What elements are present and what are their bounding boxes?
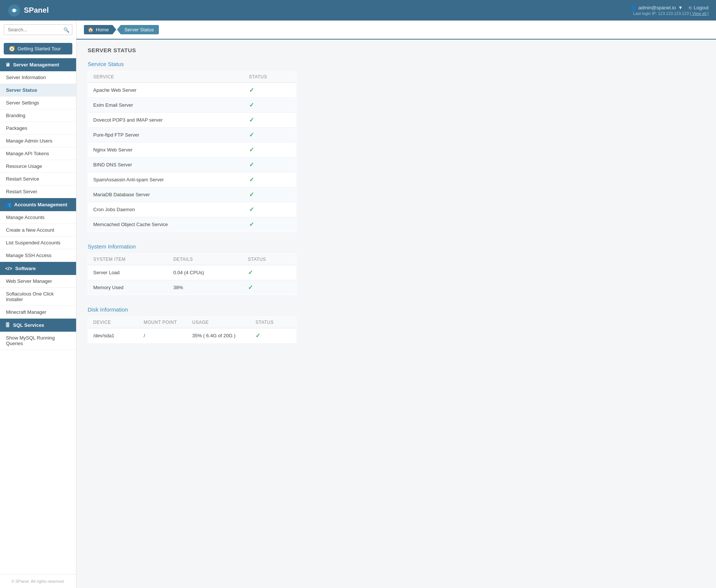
- software-icon: </>: [5, 266, 12, 271]
- service-col-header: SERVICE: [88, 71, 244, 83]
- sidebar-item-list-suspended-accounts[interactable]: List Suspended Accounts: [0, 237, 76, 249]
- search-icon: 🔍: [63, 27, 69, 32]
- content-area: 🏠 Home Server Status SERVER STATUS Servi…: [76, 21, 716, 588]
- sidebar-item-server-settings[interactable]: Server Settings: [0, 97, 76, 109]
- service-name: Exim Email Server: [88, 98, 244, 113]
- service-name: Dovecot POP3 and IMAP server: [88, 113, 244, 128]
- check-icon: ✓: [249, 87, 254, 93]
- table-row: Dovecot POP3 and IMAP server ✓: [88, 113, 296, 128]
- check-icon: ✓: [249, 162, 254, 168]
- sidebar-section-sql-services[interactable]: 🗄 SQL Services: [0, 319, 76, 332]
- home-icon: 🏠: [88, 27, 94, 32]
- system-info-section: System Information SYSTEM ITEM DETAILS S…: [88, 243, 705, 295]
- diskstatus-col-header: STATUS: [250, 317, 296, 328]
- disk-info-table: DEVICE MOUNT POINT USAGE STATUS /dev/sda…: [88, 316, 296, 343]
- user-dropdown-icon: ▼: [678, 5, 683, 10]
- sidebar-item-manage-api-tokens[interactable]: Manage API Tokens: [0, 147, 76, 160]
- sidebar-item-server-status[interactable]: Server Status: [0, 84, 76, 97]
- table-row: Memcached Object Cache Service ✓: [88, 217, 296, 232]
- breadcrumb-current: Server Status: [117, 25, 159, 34]
- main-layout: 🔍 🧭 Getting Started Tour 🖥 Server Manage…: [0, 21, 716, 588]
- table-row: /dev/sda1 / 35% ( 6.4G of 20G ) ✓: [88, 328, 296, 343]
- service-name: Memcached Object Cache Service: [88, 217, 244, 232]
- service-status-cell: ✓: [244, 98, 296, 113]
- service-status-cell: ✓: [244, 217, 296, 232]
- sidebar-item-packages[interactable]: Packages: [0, 122, 76, 135]
- getting-started-button[interactable]: 🧭 Getting Started Tour: [4, 43, 72, 54]
- service-name: Cron Jobs Daemon: [88, 202, 244, 217]
- service-name: Pure-ftpd FTP Server: [88, 128, 244, 143]
- breadcrumb: 🏠 Home Server Status: [76, 21, 716, 40]
- sidebar-item-restart-server[interactable]: Restart Server: [0, 185, 76, 198]
- view-all-link[interactable]: [ View all ]: [690, 11, 709, 16]
- sidebar-item-create-new-account[interactable]: Create a New Account: [0, 224, 76, 237]
- usage-col-header: USAGE: [187, 317, 250, 328]
- sidebar-section-accounts-management[interactable]: 👥 Accounts Management: [0, 198, 76, 211]
- sidebar-item-server-information[interactable]: Server Information: [0, 71, 76, 84]
- check-icon: ✓: [249, 117, 254, 123]
- service-status-cell: ✓: [244, 143, 296, 157]
- table-row: Apache Web Server ✓: [88, 83, 296, 98]
- service-name: SpamAssassin Anti-spam Server: [88, 172, 244, 187]
- device-col-header: DEVICE: [88, 317, 139, 328]
- service-name: Nginx Web Server: [88, 143, 244, 157]
- sql-services-icon: 🗄: [5, 322, 10, 328]
- sidebar-item-web-server-manager[interactable]: Web Server Manager: [0, 275, 76, 288]
- sysitem-col-header: SYSTEM ITEM: [88, 254, 168, 265]
- sidebar-item-manage-admin-users[interactable]: Manage Admin Users: [0, 135, 76, 147]
- service-status-cell: ✓: [244, 113, 296, 128]
- service-name: BIND DNS Server: [88, 157, 244, 172]
- tour-icon: 🧭: [9, 46, 15, 51]
- accounts-management-icon: 👥: [5, 202, 11, 207]
- table-row: Pure-ftpd FTP Server ✓: [88, 128, 296, 143]
- system-info-title: System Information: [88, 243, 705, 250]
- sys-item-details: 0.04 (4 CPUs): [168, 265, 243, 280]
- service-status-cell: ✓: [244, 128, 296, 143]
- breadcrumb-home[interactable]: 🏠 Home: [84, 25, 116, 34]
- service-status-cell: ✓: [244, 83, 296, 98]
- mount-col-header: MOUNT POINT: [138, 317, 187, 328]
- page-inner: SERVER STATUS Service Status SERVICE STA…: [76, 40, 716, 362]
- sidebar-item-manage-ssh-access[interactable]: Manage SSH Access: [0, 249, 76, 262]
- logout-icon: ⎋: [689, 5, 692, 10]
- service-status-cell: ✓: [244, 202, 296, 217]
- sidebar: 🔍 🧭 Getting Started Tour 🖥 Server Manage…: [0, 21, 76, 588]
- sidebar-item-manage-accounts[interactable]: Manage Accounts: [0, 211, 76, 224]
- sys-item-status: ✓: [243, 280, 296, 295]
- service-status-cell: ✓: [244, 157, 296, 172]
- sidebar-item-softaculous[interactable]: Softaculous One Click Installer: [0, 288, 76, 306]
- search-input[interactable]: [4, 24, 72, 35]
- brand-logo: SPanel: [7, 4, 49, 17]
- status-col-header: STATUS: [244, 71, 296, 83]
- check-icon: ✓: [249, 102, 254, 108]
- check-icon: ✓: [248, 269, 253, 276]
- sidebar-item-show-mysql-queries[interactable]: Show MySQL Running Queries: [0, 332, 76, 350]
- disk-device: /dev/sda1: [88, 328, 139, 343]
- logo-icon: [7, 4, 21, 17]
- sidebar-item-restart-service[interactable]: Restart Service: [0, 173, 76, 185]
- svg-point-1: [13, 9, 16, 12]
- sidebar-item-resource-usage[interactable]: Resource Usage: [0, 160, 76, 173]
- check-icon: ✓: [249, 206, 254, 213]
- table-row: Exim Email Server ✓: [88, 98, 296, 113]
- disk-status: ✓: [250, 328, 296, 343]
- sidebar-section-software[interactable]: </> Software: [0, 262, 76, 275]
- sidebar-item-minecraft-manager[interactable]: Minecraft Manager: [0, 306, 76, 319]
- disk-info-section: Disk Information DEVICE MOUNT POINT USAG…: [88, 306, 705, 343]
- sys-item-name: Server Load: [88, 265, 168, 280]
- check-icon: ✓: [249, 147, 254, 153]
- disk-info-title: Disk Information: [88, 306, 705, 313]
- table-row: Nginx Web Server ✓: [88, 143, 296, 157]
- header: SPanel 👤 admin@spanel.io ▼ ⎋ Logout Last…: [0, 0, 716, 21]
- sidebar-section-server-management[interactable]: 🖥 Server Management: [0, 58, 76, 71]
- sys-item-name: Memory Used: [88, 280, 168, 295]
- sidebar-search-area: 🔍: [0, 21, 76, 39]
- table-row: MariaDB Database Server ✓: [88, 187, 296, 202]
- header-user[interactable]: 👤 admin@spanel.io ▼: [630, 5, 683, 10]
- server-management-icon: 🖥: [5, 62, 10, 68]
- service-status-table: SERVICE STATUS Apache Web Server ✓ Exim …: [88, 71, 296, 232]
- logout-button[interactable]: ⎋ Logout: [689, 5, 709, 10]
- service-status-title: Service Status: [88, 61, 705, 67]
- sidebar-item-branding[interactable]: Branding: [0, 109, 76, 122]
- disk-usage: 35% ( 6.4G of 20G ): [187, 328, 250, 343]
